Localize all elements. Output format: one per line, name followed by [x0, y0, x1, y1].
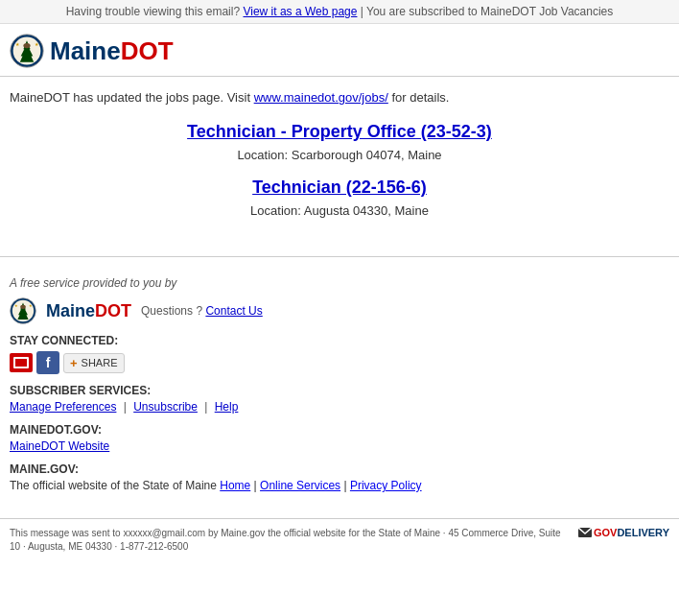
maine-gov-label: MAINE.GOV:	[10, 462, 669, 476]
facebook-icon[interactable]: f	[36, 351, 59, 374]
svg-point-9	[20, 305, 26, 309]
logo-maine: Maine	[50, 36, 121, 65]
intro-paragraph: MaineDOT has updated the jobs page. Visi…	[10, 90, 669, 105]
job-location-1: Location: Scarborough 04074, Maine	[10, 148, 669, 162]
privacy-policy-link[interactable]: Privacy Policy	[350, 479, 422, 492]
top-banner: Having trouble viewing this email? View …	[0, 0, 679, 24]
view-as-webpage-link[interactable]: View it as a Web page	[243, 5, 357, 18]
manage-preferences-link[interactable]: Manage Preferences	[10, 400, 116, 414]
jobs-page-link[interactable]: www.mainedot.gov/jobs/	[254, 90, 388, 105]
maine-gov-desc: The official website of the State of Mai…	[10, 479, 669, 492]
sep2: |	[204, 400, 210, 414]
online-services-link[interactable]: Online Services	[260, 479, 340, 492]
mainedot-gov-label: MAINEDOT.GOV:	[10, 423, 669, 437]
gov-text: GOV	[594, 527, 617, 538]
share-plus-icon: +	[70, 356, 78, 370]
footer-logo-dot: DOT	[95, 301, 131, 320]
footer-logo-maine: Maine	[46, 301, 95, 320]
govdelivery-text: GOVDELIVERY	[594, 527, 669, 538]
job-title-link-2[interactable]: Technician (22-156-6)	[252, 178, 427, 197]
bottom-text: This message was sent to xxxxxx@gmail.co…	[10, 527, 566, 554]
intro-text-before: MaineDOT has updated the jobs page. Visi…	[10, 90, 250, 105]
govdelivery-envelope-icon	[578, 528, 592, 537]
govdelivery-badge: GOVDELIVERY	[578, 527, 669, 538]
logo-dot: DOT	[121, 36, 174, 65]
questions-label: Questions ?	[141, 304, 202, 318]
free-service-text: A free service provided to you by	[10, 276, 669, 290]
header: ★ ★ MaineDOT	[0, 24, 679, 77]
job-entry-2: Technician (22-156-6) Location: Augusta …	[10, 178, 669, 218]
main-divider	[0, 256, 679, 257]
email-social-icon[interactable]	[10, 353, 33, 372]
job-title-link-1[interactable]: Technician - Property Office (23-52-3)	[187, 122, 492, 141]
subscriber-links: Manage Preferences | Unsubscribe | Help	[10, 400, 669, 414]
subscriber-services-label: SUBSCRIBER SERVICES:	[10, 384, 669, 397]
contact-us-link[interactable]: Contact Us	[205, 304, 262, 318]
social-icons-row: f + SHARE	[10, 351, 669, 374]
svg-text:★: ★	[14, 304, 18, 308]
mainedot-website-link[interactable]: MaineDOT Website	[10, 439, 109, 453]
facebook-letter: f	[46, 355, 51, 370]
banner-text-before: Having trouble viewing this email?	[66, 5, 240, 18]
footer-logo-row: ★ ★ MaineDOT Questions ? Contact Us	[10, 297, 669, 324]
maine-gov-description: The official website of the State of Mai…	[10, 479, 217, 492]
bottom-message: This message was sent to xxxxxx@gmail.co…	[0, 518, 679, 561]
sep1: |	[124, 400, 129, 414]
help-link[interactable]: Help	[215, 400, 239, 414]
intro-text-after: for details.	[391, 90, 449, 105]
stay-connected-label: STAY CONNECTED:	[10, 334, 669, 347]
delivery-text: DELIVERY	[617, 527, 669, 538]
maine-state-seal-icon: ★ ★	[10, 34, 44, 68]
share-label: SHARE	[82, 357, 118, 368]
mainedot-logo-text: MaineDOT	[50, 36, 174, 66]
mainedot-website-link-container: MaineDOT Website	[10, 439, 669, 453]
banner-text-after: | You are subscribed to MaineDOT Job Vac…	[361, 5, 614, 18]
footer-questions: Questions ? Contact Us	[141, 304, 263, 318]
svg-text:★: ★	[29, 304, 33, 308]
footer-section: A free service provided to you by ★ ★ Ma…	[0, 271, 679, 505]
unsubscribe-link[interactable]: Unsubscribe	[133, 400, 198, 414]
job-location-2: Location: Augusta 04330, Maine	[10, 203, 669, 218]
home-link[interactable]: Home	[220, 479, 250, 492]
share-button[interactable]: + SHARE	[63, 353, 125, 373]
job-entry-1: Technician - Property Office (23-52-3) L…	[10, 122, 669, 162]
footer-logo-text: MaineDOT	[46, 301, 131, 321]
footer-seal-icon: ★ ★	[10, 297, 36, 324]
logo-container: ★ ★ MaineDOT	[10, 34, 669, 68]
email-icon-inner	[13, 357, 29, 368]
svg-point-3	[23, 43, 30, 48]
main-content: MaineDOT has updated the jobs page. Visi…	[0, 77, 679, 243]
